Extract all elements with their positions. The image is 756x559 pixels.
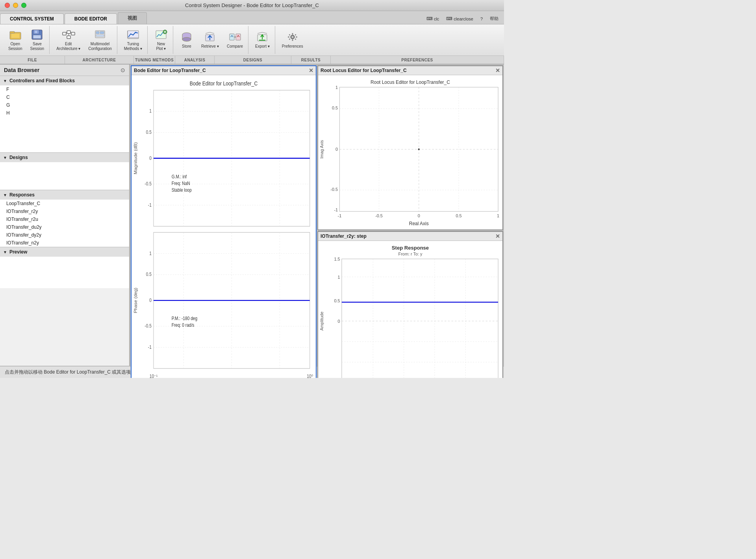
retrieve-button[interactable]: Retrieve ▾	[198, 27, 222, 54]
toolbar-group-results: Export ▾	[250, 26, 275, 54]
compare-button[interactable]: Compare	[223, 27, 246, 54]
svg-rect-112	[342, 259, 498, 378]
sidebar-section-controllers: ▼ Controllers and Fixed Blocks F C G H	[0, 76, 129, 153]
svg-text:0: 0	[337, 319, 340, 324]
step-response-content[interactable]: Step Response From: r To: y	[318, 241, 502, 378]
svg-text:0.5: 0.5	[146, 272, 152, 277]
response-item-iotransfer-n2y[interactable]: IOTransfer_n2y	[0, 239, 129, 247]
section-analysis: ANALYSIS	[175, 56, 215, 64]
svg-text:1: 1	[337, 275, 340, 280]
svg-rect-9	[71, 32, 75, 35]
sidebar-section-designs: ▼ Designs	[0, 153, 129, 190]
svg-rect-33	[236, 34, 241, 40]
sidebar-item-C[interactable]: C	[0, 93, 129, 101]
open-session-button[interactable]: OpenSession	[5, 27, 26, 54]
toolbar-group-tuning: TuningMethods ▾	[119, 26, 148, 54]
responses-label: Responses	[9, 192, 35, 198]
svg-text:Magnitude (dB): Magnitude (dB)	[133, 142, 138, 174]
section-architecture: ARCHITECTURE	[65, 56, 134, 64]
top-tabs: CONTROL SYSTEM BODE EDITOR 视图 ⌨ clc ⌨ cl…	[0, 11, 504, 24]
section-file: FILE	[0, 56, 65, 64]
svg-text:1: 1	[149, 109, 152, 114]
sidebar-section-preview: ▼ Preview	[0, 247, 129, 366]
designs-content	[0, 162, 129, 190]
bode-editor-title: Bode Editor for LoopTransfer_C	[134, 68, 206, 73]
svg-rect-5	[33, 35, 41, 39]
designs-section-header[interactable]: ▼ Designs	[0, 153, 129, 162]
open-session-icon	[9, 29, 22, 40]
store-button[interactable]: Store	[176, 27, 197, 54]
preferences-label: Preferences	[282, 44, 303, 49]
multimodel-config-button[interactable]: MultimodelConfiguration	[85, 27, 115, 54]
toolbar-group-file: OpenSession SaveSession	[3, 26, 50, 54]
svg-text:-0.5: -0.5	[145, 324, 152, 329]
window-title: Control System Designer - Bode Editor fo…	[185, 2, 319, 8]
maximize-button[interactable]	[21, 3, 26, 8]
sidebar-options-icon[interactable]: ⊙	[120, 67, 125, 73]
svg-text:From: r  To: y: From: r To: y	[398, 252, 422, 256]
sidebar-item-G[interactable]: G	[0, 101, 129, 109]
clearclose-button[interactable]: ⌨ clearclose	[444, 15, 476, 22]
responses-section-header[interactable]: ▼ Responses	[0, 190, 129, 200]
clc-icon: ⌨	[426, 16, 433, 21]
store-label: Store	[182, 44, 191, 49]
preferences-icon	[286, 31, 299, 43]
section-designs: DESIGNS	[215, 56, 291, 64]
svg-text:Freq: NaN: Freq: NaN	[172, 181, 190, 186]
root-locus-close[interactable]: ✕	[495, 67, 500, 74]
preview-section-header[interactable]: ▼ Preview	[0, 247, 129, 257]
close-button[interactable]	[5, 3, 10, 8]
export-icon	[256, 31, 269, 43]
section-labels: FILE ARCHITECTURE TUNING METHODS ANALYSI…	[0, 56, 504, 65]
response-item-looptransfer[interactable]: LoopTransfer_C	[0, 200, 129, 207]
help-label-button[interactable]: 帮助	[487, 15, 501, 22]
save-session-button[interactable]: SaveSession	[27, 27, 48, 54]
preferences-button[interactable]: Preferences	[278, 27, 307, 54]
export-button[interactable]: Export ▾	[252, 27, 273, 54]
svg-text:Phase (deg): Phase (deg)	[133, 288, 138, 313]
step-response-close[interactable]: ✕	[495, 233, 500, 239]
designs-label: Designs	[9, 155, 28, 160]
clc-button[interactable]: ⌨ clc	[424, 15, 441, 22]
sidebar-item-H[interactable]: H	[0, 109, 129, 117]
minimize-button[interactable]	[13, 3, 18, 8]
section-preferences: PREFERENCES	[331, 56, 504, 64]
tab-bode-editor[interactable]: BODE EDITOR	[65, 13, 117, 24]
svg-text:1: 1	[149, 251, 152, 256]
bode-editor-title-bar: Bode Editor for LoopTransfer_C ✕	[132, 66, 316, 75]
svg-rect-46	[295, 34, 296, 35]
response-item-iotransfer-r2u[interactable]: IOTransfer_r2u	[0, 215, 129, 223]
sidebar-item-F[interactable]: F	[0, 85, 129, 93]
svg-text:0.5: 0.5	[456, 213, 461, 218]
help-label: 帮助	[490, 16, 498, 22]
svg-text:-1: -1	[338, 213, 342, 218]
plot-area: Bode Editor for LoopTransfer_C ✕ Bode Ed…	[130, 65, 504, 366]
tab-view[interactable]: 视图	[118, 12, 147, 24]
tab-control-system[interactable]: CONTROL SYSTEM	[0, 13, 64, 24]
response-item-iotransfer-dy2y[interactable]: IOTransfer_dy2y	[0, 231, 129, 239]
svg-text:1: 1	[335, 85, 338, 90]
svg-text:Amplitude: Amplitude	[319, 311, 324, 330]
new-plot-button[interactable]: NewPlot ▾	[151, 27, 171, 54]
main-area: Data Browser ⊙ ▼ Controllers and Fixed B…	[0, 65, 504, 366]
svg-text:Step Response: Step Response	[392, 245, 429, 251]
response-item-iotransfer-r2y[interactable]: IOTransfer_r2y	[0, 207, 129, 215]
controllers-content: F C G H	[0, 85, 129, 152]
root-locus-content[interactable]: Root Locus Editor for LoopTransfer_C 1 0…	[318, 75, 502, 230]
new-plot-icon	[154, 29, 168, 40]
bode-editor-close[interactable]: ✕	[309, 67, 313, 74]
svg-rect-42	[288, 36, 289, 37]
help-question-button[interactable]: ?	[478, 16, 485, 22]
controllers-section-header[interactable]: ▼ Controllers and Fixed Blocks	[0, 76, 129, 85]
bode-editor-content[interactable]: Bode Editor for LoopTransfer_C 1	[132, 75, 316, 378]
tuning-methods-button[interactable]: TuningMethods ▾	[120, 27, 146, 54]
edit-architecture-button[interactable]: EditArchitecture ▾	[53, 27, 84, 54]
help-question-icon: ?	[480, 17, 483, 21]
step-response-title-bar: IOTransfer_r2y: step ✕	[318, 232, 502, 241]
step-response-title: IOTransfer_r2y: step	[321, 233, 367, 239]
window-controls[interactable]	[5, 3, 26, 8]
preview-content	[0, 257, 129, 288]
response-item-iotransfer-du2y[interactable]: IOTransfer_du2y	[0, 223, 129, 231]
preview-label: Preview	[9, 249, 27, 255]
svg-rect-40	[292, 33, 293, 35]
